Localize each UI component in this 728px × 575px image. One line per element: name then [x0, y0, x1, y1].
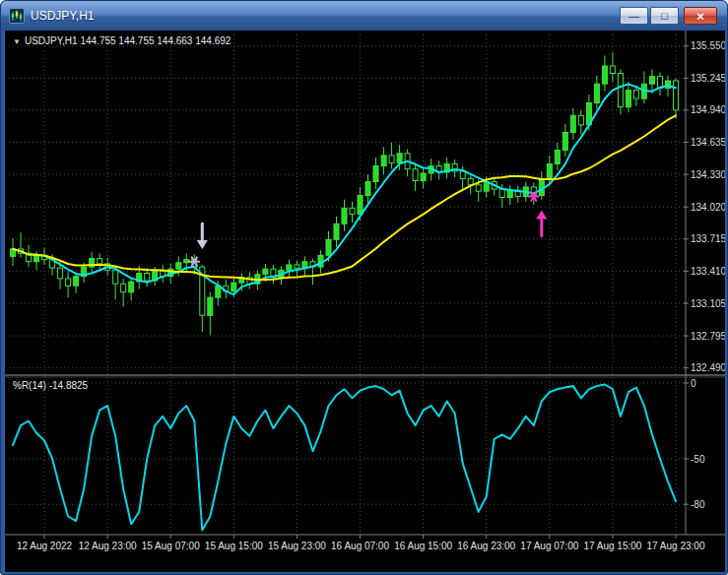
candles — [11, 52, 679, 335]
svg-text:134.940: 134.940 — [691, 104, 725, 115]
time-axis-labels: 12 Aug 202212 Aug 23:0015 Aug 07:0015 Au… — [17, 535, 705, 551]
chart-client-area: 135.550135.245134.940134.635134.330134.0… — [5, 31, 725, 572]
svg-text:15 Aug 07:00: 15 Aug 07:00 — [142, 541, 200, 551]
svg-text:134.020: 134.020 — [691, 202, 725, 213]
svg-text:132.795: 132.795 — [691, 331, 725, 342]
window-controls: — □ × — [618, 7, 717, 25]
svg-text:133.410: 133.410 — [691, 266, 725, 277]
svg-text:15 Aug 23:00: 15 Aug 23:00 — [268, 541, 326, 551]
svg-text:0: 0 — [691, 378, 696, 389]
title-bar[interactable]: USDJPY,H1 — □ × — [1, 1, 727, 31]
svg-text:17 Aug 15:00: 17 Aug 15:00 — [583, 541, 641, 551]
price-chart[interactable]: 135.550135.245134.940134.635134.330134.0… — [5, 31, 725, 572]
window-title: USDJPY,H1 — [31, 9, 94, 23]
minimize-button[interactable]: — — [620, 7, 648, 25]
svg-text:135.245: 135.245 — [691, 73, 725, 84]
svg-text:16 Aug 15:00: 16 Aug 15:00 — [394, 541, 452, 551]
svg-text:16 Aug 07:00: 16 Aug 07:00 — [331, 541, 389, 551]
svg-text:133.105: 133.105 — [691, 298, 725, 309]
svg-text:16 Aug 23:00: 16 Aug 23:00 — [457, 541, 515, 551]
chart-grid — [9, 34, 684, 535]
maximize-button[interactable]: □ — [650, 7, 679, 25]
svg-text:17 Aug 23:00: 17 Aug 23:00 — [647, 541, 705, 551]
svg-text:133.715: 133.715 — [691, 233, 725, 244]
svg-text:-80: -80 — [691, 499, 705, 510]
svg-text:134.330: 134.330 — [691, 169, 725, 180]
application-window: USDJPY,H1 — □ × 135.550135.245134.940134… — [0, 0, 728, 575]
svg-text:12 Aug 23:00: 12 Aug 23:00 — [79, 541, 137, 551]
svg-text:12 Aug 2022: 12 Aug 2022 — [17, 541, 73, 551]
close-icon: × — [696, 10, 704, 23]
svg-text:132.490: 132.490 — [691, 362, 725, 373]
moving-averages — [13, 84, 676, 294]
svg-text:-50: -50 — [691, 454, 705, 465]
svg-text:135.550: 135.550 — [691, 40, 725, 51]
williams-percent-r-line — [13, 385, 676, 531]
svg-text:15 Aug 15:00: 15 Aug 15:00 — [205, 541, 263, 551]
svg-text:134.635: 134.635 — [691, 137, 725, 148]
chart-app-icon — [9, 8, 25, 24]
close-button[interactable]: × — [684, 7, 717, 25]
svg-text:17 Aug 07:00: 17 Aug 07:00 — [520, 541, 578, 551]
minimize-icon: — — [629, 11, 639, 22]
maximize-icon: □ — [661, 11, 668, 22]
